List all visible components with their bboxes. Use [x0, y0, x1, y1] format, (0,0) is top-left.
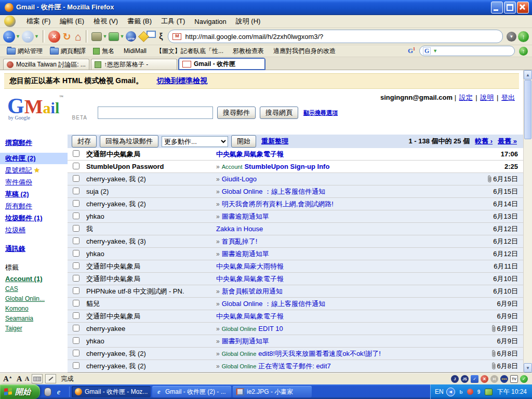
search-options-link[interactable]: 顯示搜尋選項 — [303, 109, 338, 117]
extension-status-icon[interactable]: ✓ — [520, 375, 528, 383]
email-row[interactable]: 交通部中央氣象局 中央氣象局氣象電子報 6月10日 — [68, 273, 523, 285]
bookmark-item[interactable]: 網頁翻譯 — [47, 46, 88, 56]
sidebar-item[interactable]: 撰寫郵件 — [0, 137, 68, 149]
tray-icon[interactable]: b — [458, 388, 465, 395]
refresh-link[interactable]: 重新整理 — [261, 137, 288, 146]
task-button[interactable]: Gmail - 收件匣 - Moz... — [72, 386, 151, 397]
scroll-down-button[interactable]: ▼ — [524, 363, 532, 373]
email-checkbox[interactable] — [73, 362, 79, 369]
sidebar-item[interactable]: 通訊錄 — [0, 243, 68, 255]
email-checkbox[interactable] — [73, 237, 79, 244]
email-row[interactable]: cherry-yakee, 我 (2) » Global Online edit… — [68, 348, 523, 360]
capture-tool-button[interactable]: ▼ — [109, 32, 124, 41]
email-checkbox[interactable] — [73, 312, 79, 319]
sidebar-item[interactable]: Seamania — [0, 314, 68, 323]
help-link[interactable]: 說明 — [480, 94, 494, 101]
email-checkbox[interactable] — [73, 250, 79, 257]
google-search-go-button[interactable]: ↑ — [519, 47, 528, 56]
reload-button[interactable]: ↻ — [62, 32, 72, 42]
stop-button[interactable]: × — [48, 31, 60, 43]
seahorse-extension-icon[interactable]: ξ — [159, 32, 163, 41]
go-action-button[interactable]: 開始 — [231, 135, 256, 148]
dropdown-icon[interactable]: ▼ — [102, 34, 107, 39]
web-globe-icon[interactable]: HTTP — [126, 31, 136, 42]
sidebar-item[interactable]: Taiger — [0, 324, 68, 333]
older-link[interactable]: 較舊 › — [475, 137, 493, 146]
email-row[interactable]: 交通部中央氣象局 中央氣象局豪大雨特報 6月11日 — [68, 260, 523, 273]
sidebar-item[interactable]: 草稿 (2) — [0, 189, 68, 200]
email-row[interactable]: cherry-yakee » Global Online EDIT 10 6月9… — [68, 323, 523, 335]
popup-blocker-button[interactable] — [138, 33, 156, 41]
menu-item[interactable]: Navigation — [190, 16, 231, 27]
email-row[interactable]: cherry-yakee, 我 (3) » 首頁亂掉了! 6月12日 — [68, 235, 523, 248]
bookmark-item[interactable]: 邪教檢查表 — [228, 46, 267, 56]
url-input[interactable] — [184, 32, 498, 41]
forward-icon[interactable]: → — [22, 31, 34, 43]
menu-item[interactable]: 說明 (H) — [231, 15, 265, 28]
extension-status-icon[interactable]: css — [500, 375, 508, 383]
task-button[interactable]: e Gmail - 收件匣 (2) - ... — [152, 386, 231, 397]
extension-status-icon[interactable]: J — [451, 375, 459, 383]
email-row[interactable]: StumbleUpon Password » Account StumbleUp… — [68, 161, 523, 173]
menu-item[interactable]: 工具 (T) — [156, 15, 190, 28]
bookmark-item[interactable]: MidiMall — [119, 47, 149, 55]
email-checkbox[interactable] — [73, 337, 79, 344]
extension-status-icon[interactable]: JS — [461, 375, 469, 383]
email-checkbox[interactable] — [73, 275, 79, 282]
browser-tab[interactable]: ↑恩恩部落格子 - — [91, 59, 177, 70]
scroll-thumb[interactable] — [524, 80, 531, 139]
bookmark-item[interactable]: 適應對我們自身的改造 — [269, 46, 338, 56]
task-button[interactable]: ie2.JPG - 小畫家 — [233, 386, 312, 397]
gmail-notifier-icon[interactable]: G1 — [408, 47, 415, 55]
ruler-icon[interactable] — [32, 374, 43, 383]
search-web-button[interactable]: 搜尋網頁 — [260, 107, 298, 119]
scroll-track[interactable] — [524, 140, 532, 363]
sidebar-item[interactable]: 星號標記★ — [0, 165, 68, 176]
email-checkbox[interactable] — [73, 150, 79, 157]
forward-dropdown-icon[interactable]: ▼ — [34, 34, 39, 39]
go-button[interactable]: ↑ — [518, 31, 529, 42]
email-row[interactable]: 交通部中央氣象局 中央氣象局氣象電子報 17:06 — [68, 148, 523, 161]
start-button[interactable]: 開始 — [0, 384, 40, 399]
tray-icon[interactable]: 9 — [475, 388, 483, 395]
switch-to-standard-view-link[interactable]: 切換到標準檢視 — [156, 76, 207, 86]
sidebar-item[interactable]: 標籤 — [0, 262, 68, 273]
email-row[interactable]: 我 Zakka in House 6月12日 — [68, 223, 523, 235]
sidebar-item[interactable]: Account (1) — [0, 274, 68, 284]
email-checkbox[interactable] — [73, 212, 79, 219]
menu-item[interactable]: 檔案 (F) — [22, 15, 55, 28]
sidebar-item[interactable]: 寄件備份 — [0, 177, 68, 188]
bookmarks-tool-button[interactable]: ▼ — [91, 32, 107, 41]
extension-status-icon[interactable]: H — [490, 375, 498, 383]
email-checkbox[interactable] — [73, 163, 79, 169]
sidebar-item[interactable]: Global Onlin... — [0, 294, 68, 303]
dropdown-icon[interactable]: ▼ — [119, 34, 124, 39]
browser-tab[interactable]: Gmail - 收件匣 — [179, 58, 265, 70]
email-row[interactable]: cherry-yakee, 我 (2) » Giudit-Logo 6月15日 — [68, 173, 523, 185]
email-row[interactable]: 交通部中央氣象局 中央氣象局氣象電子報 6月9日 — [68, 310, 523, 323]
minimize-button[interactable] — [491, 2, 503, 14]
search-engine-dropdown-icon[interactable]: ▼ — [433, 48, 437, 54]
bookmark-item[interactable]: 網站管理 — [4, 46, 45, 56]
google-search-input[interactable] — [439, 47, 515, 55]
url-bar[interactable]: M — [168, 30, 503, 43]
email-row[interactable]: cherry-yakee, 我 (2) » Global Online 正在寄送… — [68, 360, 523, 373]
google-search-box[interactable]: G ▼ — [419, 46, 515, 56]
menu-item[interactable]: 檢視 (V) — [89, 15, 123, 28]
email-checkbox[interactable] — [73, 225, 79, 232]
language-indicator[interactable]: EN — [435, 388, 444, 395]
archive-button[interactable]: 封存 — [72, 135, 97, 148]
sidebar-item[interactable]: CAS — [0, 284, 68, 294]
capture-tool-icon[interactable] — [109, 32, 119, 41]
url-history-dropdown[interactable]: ▼ — [507, 32, 516, 42]
email-row[interactable]: suja (2) » Global Online ：線上客服信件通知 6月15日 — [68, 185, 523, 198]
tray-icon[interactable] — [485, 389, 493, 395]
signout-link[interactable]: 登出 — [501, 94, 515, 101]
sidebar-item[interactable]: 收件匣 (2) — [0, 153, 68, 164]
email-checkbox[interactable] — [73, 325, 79, 331]
menu-item[interactable]: 書籤 (B) — [123, 15, 156, 28]
settings-link[interactable]: 設定 — [459, 94, 473, 101]
close-button[interactable] — [517, 2, 529, 14]
report-spam-button[interactable]: 回報為垃圾郵件 — [100, 135, 158, 148]
search-mail-button[interactable]: 搜尋郵件 — [217, 107, 256, 119]
